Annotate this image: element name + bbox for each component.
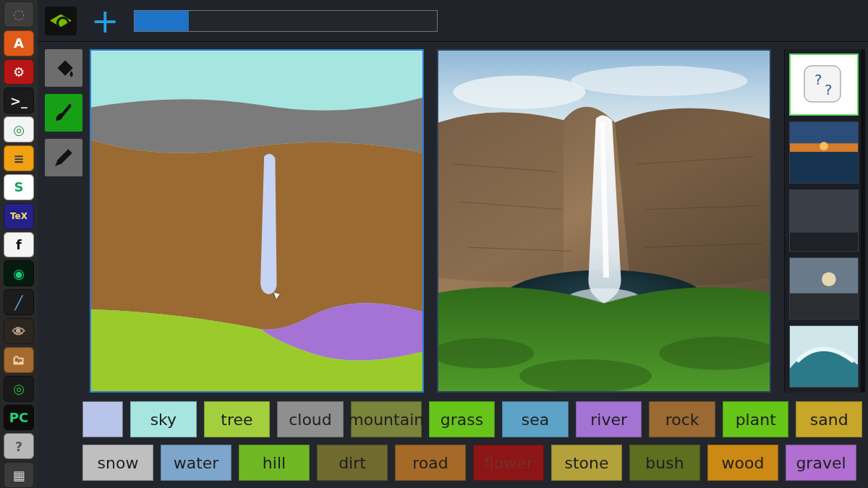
swatch-label: gravel xyxy=(796,454,846,472)
swatch-label: dirt xyxy=(339,454,366,472)
segmentation-canvas-frame xyxy=(90,49,424,393)
brush-size-fill xyxy=(135,11,189,31)
thumb-dusk-sky[interactable] xyxy=(789,257,859,320)
thumb-storm-sky[interactable] xyxy=(789,189,859,252)
launcher-pycharm[interactable]: PC xyxy=(4,405,34,431)
swatch-gravel[interactable]: gravel xyxy=(786,445,856,481)
gaugan-app: + xyxy=(38,0,868,488)
tool-column xyxy=(45,49,85,393)
launcher-tex[interactable]: TeX xyxy=(4,203,34,229)
svg-point-19 xyxy=(822,272,836,286)
svg-point-2 xyxy=(453,76,585,109)
swatch-snow[interactable]: snow xyxy=(82,445,153,481)
svg-text:?: ? xyxy=(825,81,833,98)
swatch-wood[interactable]: wood xyxy=(707,445,778,481)
swatch-stone[interactable]: stone xyxy=(551,445,622,481)
pencil-tool[interactable] xyxy=(45,139,82,176)
swatch-dirt[interactable]: dirt xyxy=(317,445,388,481)
launcher-software-center[interactable]: A xyxy=(4,30,34,56)
swatch-road[interactable]: road xyxy=(395,445,466,481)
launcher-wechat[interactable]: ◎ xyxy=(4,376,34,402)
swatch-label: flower xyxy=(484,454,533,472)
svg-text:?: ? xyxy=(814,71,822,88)
swatch-river[interactable]: river xyxy=(576,401,642,437)
swatch-label: sand xyxy=(810,411,848,429)
material-palette: skytreecloudmountaingrassseariverrockpla… xyxy=(38,397,868,488)
swatch-label: sea xyxy=(522,411,549,429)
generated-image xyxy=(438,51,770,391)
swatch-label: cloud xyxy=(289,411,332,429)
launcher-gimp[interactable]: 👁 xyxy=(4,318,34,344)
swatch-plant[interactable]: plant xyxy=(723,401,789,437)
swatch-label: snow xyxy=(98,454,139,472)
swatch-tree[interactable]: tree xyxy=(204,401,271,437)
swatch-label: sky xyxy=(150,411,176,429)
launcher-font-manager[interactable]: f xyxy=(4,232,34,258)
swatch-label: river xyxy=(590,411,627,429)
swatch-rock[interactable]: rock xyxy=(649,401,715,437)
swatch-label: bush xyxy=(645,454,684,472)
launcher-workspace[interactable]: ▦ xyxy=(4,462,34,488)
swatch-label: road xyxy=(412,454,448,472)
swatch-flower[interactable]: flower xyxy=(473,445,544,481)
thumb-dice-random[interactable]: ?? xyxy=(789,53,859,116)
swatch-hill[interactable]: hill xyxy=(239,445,310,481)
launcher-terminal[interactable]: >_ xyxy=(4,87,34,114)
svg-rect-20 xyxy=(790,294,858,319)
swatch-bush[interactable]: bush xyxy=(629,445,700,481)
swatch-label: hill xyxy=(263,454,286,472)
swatch-label: rock xyxy=(665,411,699,429)
os-launcher: ◌A⚙>_◎≡STeXf◉╱👁🗂◎PC?▦ xyxy=(0,0,38,488)
brush-size-slider[interactable] xyxy=(134,10,438,32)
launcher-slack[interactable]: S xyxy=(4,174,34,200)
swatch-sky[interactable]: sky xyxy=(130,401,197,437)
launcher-color-picker[interactable]: ◉ xyxy=(4,260,34,286)
workspace: ?? xyxy=(38,42,868,397)
svg-point-15 xyxy=(820,142,828,150)
current-color-swatch xyxy=(82,401,123,437)
generated-image-frame xyxy=(437,49,771,393)
brush-tool[interactable] xyxy=(45,94,82,132)
launcher-chrome[interactable]: ◎ xyxy=(4,116,34,142)
swatch-sand[interactable]: sand xyxy=(796,401,862,437)
segmentation-canvas[interactable] xyxy=(91,51,422,391)
style-thumbnails: ?? xyxy=(784,49,865,393)
swatch-label: stone xyxy=(564,454,608,472)
swatch-sea[interactable]: sea xyxy=(502,401,569,437)
thumb-sunset-lake[interactable] xyxy=(789,121,859,184)
swatch-mountain[interactable]: mountain xyxy=(351,401,422,437)
swatch-label: wood xyxy=(722,454,765,472)
svg-point-3 xyxy=(571,66,747,96)
nvidia-logo xyxy=(45,7,77,35)
launcher-sublime-text[interactable]: ≡ xyxy=(4,145,34,171)
swatch-label: plant xyxy=(736,411,776,429)
thumb-wave[interactable] xyxy=(789,325,859,388)
swatch-water[interactable]: water xyxy=(161,445,231,481)
swatch-label: tree xyxy=(221,411,252,429)
swatch-label: mountain xyxy=(348,411,424,429)
launcher-settings[interactable]: ⚙ xyxy=(4,59,34,85)
launcher-help[interactable]: ? xyxy=(4,433,34,459)
launcher-files[interactable]: 🗂 xyxy=(4,347,34,373)
launcher-gimp-brush[interactable]: ╱ xyxy=(4,289,34,315)
swatch-cloud[interactable]: cloud xyxy=(277,401,344,437)
svg-point-7 xyxy=(519,359,652,391)
launcher-ubuntu-dash[interactable]: ◌ xyxy=(4,1,34,27)
swatch-grass[interactable]: grass xyxy=(429,401,495,437)
svg-rect-14 xyxy=(790,152,858,183)
add-icon[interactable]: + xyxy=(91,4,119,38)
svg-rect-17 xyxy=(790,233,858,251)
fill-bucket-tool[interactable] xyxy=(45,49,82,87)
swatch-label: water xyxy=(174,454,219,472)
swatch-label: grass xyxy=(441,411,483,429)
topbar: + xyxy=(38,0,868,42)
svg-rect-9 xyxy=(804,66,841,102)
